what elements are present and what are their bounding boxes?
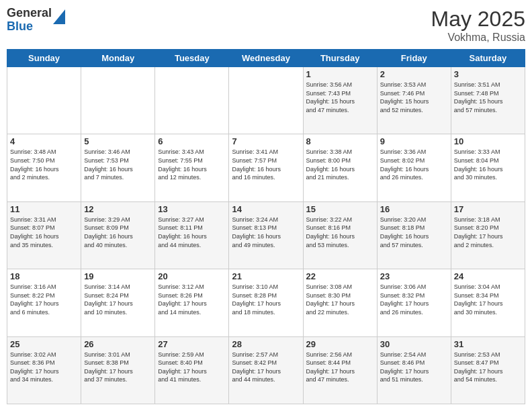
- day-number: 2: [380, 69, 448, 79]
- day-number: 24: [454, 271, 522, 281]
- calendar-cell: 26Sunrise: 3:01 AM Sunset: 8:38 PM Dayli…: [81, 336, 155, 404]
- day-number: 23: [380, 271, 448, 281]
- col-saturday: Saturday: [451, 50, 525, 67]
- day-info: Sunrise: 3:14 AM Sunset: 8:24 PM Dayligh…: [84, 283, 152, 316]
- calendar-cell: 29Sunrise: 2:56 AM Sunset: 8:44 PM Dayli…: [303, 336, 377, 404]
- calendar-cell: 11Sunrise: 3:31 AM Sunset: 8:07 PM Dayli…: [7, 201, 81, 269]
- day-number: 29: [306, 339, 374, 349]
- calendar-cell: 27Sunrise: 2:59 AM Sunset: 8:40 PM Dayli…: [155, 336, 229, 404]
- day-info: Sunrise: 3:43 AM Sunset: 7:55 PM Dayligh…: [158, 148, 226, 181]
- calendar-cell: 14Sunrise: 3:24 AM Sunset: 8:13 PM Dayli…: [229, 201, 303, 269]
- calendar-week-2: 11Sunrise: 3:31 AM Sunset: 8:07 PM Dayli…: [7, 201, 525, 269]
- day-info: Sunrise: 3:38 AM Sunset: 8:00 PM Dayligh…: [306, 148, 374, 181]
- calendar-cell: 3Sunrise: 3:51 AM Sunset: 7:48 PM Daylig…: [451, 67, 525, 134]
- calendar-cell: 8Sunrise: 3:38 AM Sunset: 8:00 PM Daylig…: [303, 134, 377, 201]
- day-number: 10: [454, 136, 522, 146]
- calendar-cell: 30Sunrise: 2:54 AM Sunset: 8:46 PM Dayli…: [377, 336, 451, 404]
- day-number: 31: [454, 339, 522, 349]
- logo-general: General: [7, 7, 52, 20]
- day-info: Sunrise: 3:20 AM Sunset: 8:18 PM Dayligh…: [380, 216, 448, 249]
- calendar-cell: 19Sunrise: 3:14 AM Sunset: 8:24 PM Dayli…: [81, 269, 155, 336]
- day-number: 14: [232, 204, 300, 214]
- svg-marker-0: [53, 9, 65, 24]
- calendar-cell: 6Sunrise: 3:43 AM Sunset: 7:55 PM Daylig…: [155, 134, 229, 201]
- day-number: 26: [84, 339, 152, 349]
- logo-blue: Blue: [7, 20, 52, 34]
- day-number: 20: [158, 271, 226, 281]
- calendar-cell: 31Sunrise: 2:53 AM Sunset: 8:47 PM Dayli…: [451, 336, 525, 404]
- day-number: 4: [10, 136, 78, 146]
- calendar-week-3: 18Sunrise: 3:16 AM Sunset: 8:22 PM Dayli…: [7, 269, 525, 336]
- day-info: Sunrise: 3:53 AM Sunset: 7:46 PM Dayligh…: [380, 81, 448, 114]
- calendar-header-row: Sunday Monday Tuesday Wednesday Thursday…: [7, 50, 525, 67]
- calendar-cell: 4Sunrise: 3:48 AM Sunset: 7:50 PM Daylig…: [7, 134, 81, 201]
- day-number: 8: [306, 136, 374, 146]
- day-info: Sunrise: 3:51 AM Sunset: 7:48 PM Dayligh…: [454, 81, 522, 114]
- calendar-cell: 9Sunrise: 3:36 AM Sunset: 8:02 PM Daylig…: [377, 134, 451, 201]
- day-info: Sunrise: 3:31 AM Sunset: 8:07 PM Dayligh…: [10, 216, 78, 249]
- day-number: 13: [158, 204, 226, 214]
- day-info: Sunrise: 3:24 AM Sunset: 8:13 PM Dayligh…: [232, 216, 300, 249]
- day-number: 12: [84, 204, 152, 214]
- day-info: Sunrise: 2:56 AM Sunset: 8:44 PM Dayligh…: [306, 351, 374, 384]
- title-block: May 2025 Vokhma, Russia: [431, 7, 525, 44]
- day-info: Sunrise: 3:06 AM Sunset: 8:32 PM Dayligh…: [380, 283, 448, 316]
- day-info: Sunrise: 2:53 AM Sunset: 8:47 PM Dayligh…: [454, 351, 522, 384]
- logo: General Blue: [7, 7, 65, 34]
- calendar-cell: 21Sunrise: 3:10 AM Sunset: 8:28 PM Dayli…: [229, 269, 303, 336]
- calendar-cell: 20Sunrise: 3:12 AM Sunset: 8:26 PM Dayli…: [155, 269, 229, 336]
- day-info: Sunrise: 3:01 AM Sunset: 8:38 PM Dayligh…: [84, 351, 152, 384]
- day-info: Sunrise: 2:54 AM Sunset: 8:46 PM Dayligh…: [380, 351, 448, 384]
- calendar-cell: 22Sunrise: 3:08 AM Sunset: 8:30 PM Dayli…: [303, 269, 377, 336]
- day-number: 3: [454, 69, 522, 79]
- calendar-cell: 1Sunrise: 3:56 AM Sunset: 7:43 PM Daylig…: [303, 67, 377, 134]
- day-number: 18: [10, 271, 78, 281]
- day-number: 25: [10, 339, 78, 349]
- col-monday: Monday: [81, 50, 155, 67]
- calendar-cell: 13Sunrise: 3:27 AM Sunset: 8:11 PM Dayli…: [155, 201, 229, 269]
- day-info: Sunrise: 3:46 AM Sunset: 7:53 PM Dayligh…: [84, 148, 152, 181]
- calendar-cell: 16Sunrise: 3:20 AM Sunset: 8:18 PM Dayli…: [377, 201, 451, 269]
- day-number: 21: [232, 271, 300, 281]
- calendar-cell: [229, 67, 303, 134]
- logo-icon: [53, 9, 65, 24]
- day-info: Sunrise: 3:02 AM Sunset: 8:36 PM Dayligh…: [10, 351, 78, 384]
- calendar-cell: 28Sunrise: 2:57 AM Sunset: 8:42 PM Dayli…: [229, 336, 303, 404]
- day-info: Sunrise: 3:36 AM Sunset: 8:02 PM Dayligh…: [380, 148, 448, 181]
- calendar-cell: 25Sunrise: 3:02 AM Sunset: 8:36 PM Dayli…: [7, 336, 81, 404]
- calendar-cell: 17Sunrise: 3:18 AM Sunset: 8:20 PM Dayli…: [451, 201, 525, 269]
- calendar-cell: [7, 67, 81, 134]
- calendar-cell: 24Sunrise: 3:04 AM Sunset: 8:34 PM Dayli…: [451, 269, 525, 336]
- location: Vokhma, Russia: [431, 32, 525, 44]
- day-info: Sunrise: 3:27 AM Sunset: 8:11 PM Dayligh…: [158, 216, 226, 249]
- day-info: Sunrise: 3:10 AM Sunset: 8:28 PM Dayligh…: [232, 283, 300, 316]
- day-info: Sunrise: 3:18 AM Sunset: 8:20 PM Dayligh…: [454, 216, 522, 249]
- calendar-cell: 18Sunrise: 3:16 AM Sunset: 8:22 PM Dayli…: [7, 269, 81, 336]
- day-number: 30: [380, 339, 448, 349]
- day-info: Sunrise: 3:16 AM Sunset: 8:22 PM Dayligh…: [10, 283, 78, 316]
- day-number: 15: [306, 204, 374, 214]
- day-number: 9: [380, 136, 448, 146]
- day-info: Sunrise: 3:56 AM Sunset: 7:43 PM Dayligh…: [306, 81, 374, 114]
- day-number: 28: [232, 339, 300, 349]
- calendar-week-0: 1Sunrise: 3:56 AM Sunset: 7:43 PM Daylig…: [7, 67, 525, 134]
- col-friday: Friday: [377, 50, 451, 67]
- col-wednesday: Wednesday: [229, 50, 303, 67]
- calendar-cell: [81, 67, 155, 134]
- calendar-week-1: 4Sunrise: 3:48 AM Sunset: 7:50 PM Daylig…: [7, 134, 525, 201]
- day-info: Sunrise: 2:57 AM Sunset: 8:42 PM Dayligh…: [232, 351, 300, 384]
- calendar-cell: 5Sunrise: 3:46 AM Sunset: 7:53 PM Daylig…: [81, 134, 155, 201]
- page: General Blue May 2025 Vokhma, Russia Sun…: [0, 0, 532, 411]
- day-number: 1: [306, 69, 374, 79]
- col-sunday: Sunday: [7, 50, 81, 67]
- calendar-table: Sunday Monday Tuesday Wednesday Thursday…: [7, 49, 525, 404]
- logo-text: General Blue: [7, 7, 52, 34]
- day-number: 5: [84, 136, 152, 146]
- day-info: Sunrise: 3:12 AM Sunset: 8:26 PM Dayligh…: [158, 283, 226, 316]
- day-info: Sunrise: 3:22 AM Sunset: 8:16 PM Dayligh…: [306, 216, 374, 249]
- calendar-week-4: 25Sunrise: 3:02 AM Sunset: 8:36 PM Dayli…: [7, 336, 525, 404]
- day-info: Sunrise: 3:33 AM Sunset: 8:04 PM Dayligh…: [454, 148, 522, 181]
- calendar-cell: 23Sunrise: 3:06 AM Sunset: 8:32 PM Dayli…: [377, 269, 451, 336]
- day-number: 16: [380, 204, 448, 214]
- day-number: 17: [454, 204, 522, 214]
